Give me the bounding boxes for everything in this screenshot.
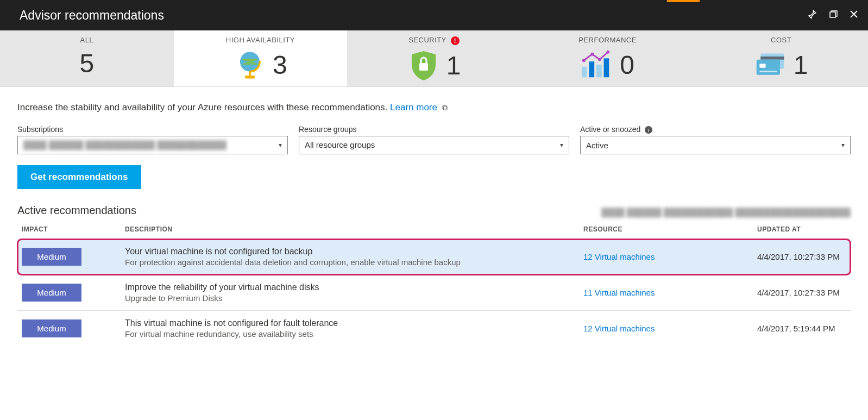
svg-point-12 <box>607 51 610 54</box>
svg-point-10 <box>591 53 594 56</box>
svg-rect-17 <box>759 71 777 72</box>
chevron-down-icon: ▾ <box>560 141 563 149</box>
category-tabs: ALL 5 HIGH AVAILABILITY 3 SECURITY ! <box>0 30 868 87</box>
table-row[interactable]: MediumImprove the reliability of your vi… <box>17 275 851 311</box>
svg-rect-8 <box>604 58 609 77</box>
row-title: This virtual machine is not configured f… <box>125 318 575 328</box>
impact-badge: Medium <box>22 319 81 337</box>
svg-rect-4 <box>419 63 428 71</box>
resource-link[interactable]: 11 Virtual machines <box>583 288 655 297</box>
col-description[interactable]: DESCRIPTION <box>121 220 579 239</box>
resource-link[interactable]: 12 Virtual machines <box>583 324 655 333</box>
resource-groups-label: Resource groups <box>299 125 569 134</box>
pin-icon[interactable] <box>807 9 817 22</box>
scope-text: ████ ██████ ████████████ ███████████████… <box>601 208 851 217</box>
filter-row: Subscriptions ████ ██████ ████████████ █… <box>17 125 851 155</box>
updated-at: 4/4/2017, 10:27:33 PM <box>753 275 851 311</box>
row-title: Your virtual machine is not configured f… <box>125 247 575 256</box>
impact-badge: Medium <box>22 248 81 266</box>
resource-groups-select[interactable]: All resource groups ▾ <box>299 136 569 154</box>
close-icon[interactable] <box>850 10 858 21</box>
learn-more-link[interactable]: Learn more <box>390 102 437 112</box>
svg-rect-7 <box>596 65 602 77</box>
page-title: Advisor recommendations <box>20 8 164 23</box>
content-area: Increase the stability and availability … <box>0 87 868 347</box>
window-controls <box>807 9 858 22</box>
col-impact[interactable]: IMPACT <box>17 220 121 239</box>
tab-all[interactable]: ALL 5 <box>0 30 174 86</box>
active-snoozed-select[interactable]: Active ▾ <box>580 136 851 154</box>
restore-icon[interactable] <box>829 10 838 21</box>
svg-rect-14 <box>760 57 784 60</box>
impact-badge: Medium <box>22 284 81 302</box>
shield-icon <box>407 49 440 82</box>
updated-at: 4/4/2017, 5:19:44 PM <box>753 311 851 347</box>
svg-rect-0 <box>830 12 835 17</box>
updated-at: 4/4/2017, 10:27:33 PM <box>753 239 851 275</box>
row-subtitle: For protection against accidental data d… <box>125 258 575 267</box>
svg-rect-6 <box>589 61 595 77</box>
active-recommendations-heading: Active recommendations <box>17 204 136 217</box>
subscriptions-select[interactable]: ████ ██████ ████████████ ████████████ ▾ <box>17 136 288 154</box>
tab-cost[interactable]: COST 1 <box>694 30 868 86</box>
chevron-down-icon: ▾ <box>841 141 845 149</box>
accent-stripe <box>667 0 700 2</box>
svg-rect-16 <box>759 64 765 68</box>
tab-security[interactable]: SECURITY ! 1 <box>347 30 521 86</box>
svg-rect-5 <box>582 67 587 77</box>
info-icon[interactable]: i <box>645 126 652 134</box>
col-updated[interactable]: UPDATED AT <box>753 220 851 239</box>
tab-performance[interactable]: PERFORMANCE 0 <box>521 30 695 86</box>
credit-card-icon <box>754 48 787 81</box>
lead-text: Increase the stability and availability … <box>17 102 851 113</box>
resource-link[interactable]: 12 Virtual machines <box>583 252 655 261</box>
table-row[interactable]: MediumYour virtual machine is not config… <box>17 239 851 275</box>
external-link-icon: ⧉ <box>442 103 448 112</box>
chevron-down-icon: ▾ <box>279 141 282 149</box>
alert-icon: ! <box>451 36 460 45</box>
tab-high-availability[interactable]: HIGH AVAILABILITY 3 <box>174 30 348 86</box>
get-recommendations-button[interactable]: Get recommendations <box>17 165 141 189</box>
row-subtitle: For virtual machine redundancy, use avai… <box>125 329 575 338</box>
chart-icon <box>581 48 613 81</box>
titlebar: Advisor recommendations <box>0 0 868 30</box>
col-resource[interactable]: RESOURCE <box>579 220 753 239</box>
recommendations-table: IMPACT DESCRIPTION RESOURCE UPDATED AT M… <box>17 220 851 346</box>
row-subtitle: Upgrade to Premium Disks <box>125 293 575 303</box>
active-snoozed-label: Active or snoozed i <box>580 125 851 134</box>
subscriptions-label: Subscriptions <box>17 125 288 134</box>
table-row[interactable]: MediumThis virtual machine is not config… <box>17 311 851 347</box>
svg-point-11 <box>598 58 601 61</box>
row-title: Improve the reliability of your virtual … <box>125 283 575 292</box>
globe-icon <box>234 48 266 81</box>
svg-point-9 <box>582 59 586 62</box>
